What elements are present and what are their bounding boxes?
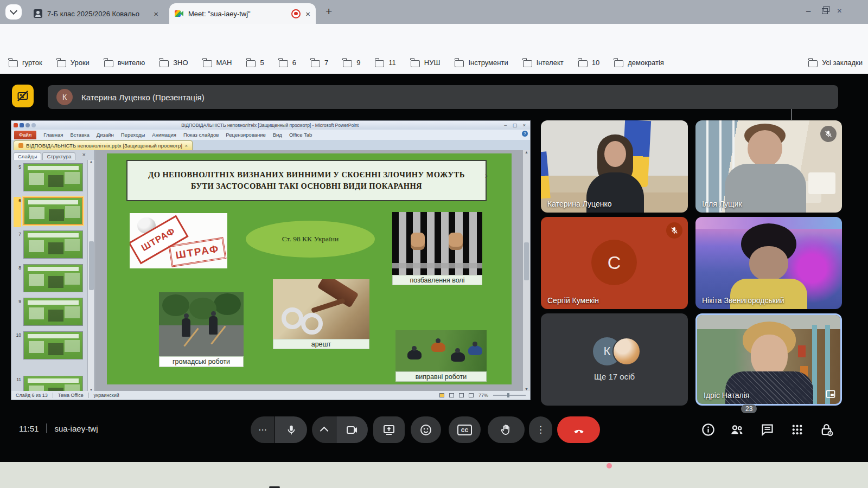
- slide-thumbnail[interactable]: 7: [14, 230, 86, 261]
- presentation-warning-button[interactable]: [12, 85, 34, 107]
- more-options-button[interactable]: ⋮: [529, 416, 552, 443]
- bookmark-item[interactable]: 6: [279, 59, 296, 67]
- avatar-cat: [612, 337, 641, 365]
- activities-grid-icon[interactable]: [790, 422, 805, 437]
- bookmark-item[interactable]: демократія: [614, 59, 664, 67]
- scrollbar-thumb[interactable]: [524, 242, 529, 280]
- info-icon[interactable]: [701, 422, 716, 437]
- people-icon[interactable]: [729, 422, 744, 438]
- ppt-tab-view[interactable]: Вид: [273, 132, 282, 138]
- slide-thumbnail[interactable]: 11: [14, 376, 86, 392]
- window-minimize-button[interactable]: –: [806, 6, 810, 15]
- doc-tab-close-icon[interactable]: ×: [185, 143, 188, 149]
- mic-off-icon: [820, 126, 837, 142]
- ppt-document-tab[interactable]: ВІДПОВІДАЛЬНІСТЬ неповнолітніх.pptx [Защ…: [14, 140, 193, 150]
- normal-view-icon[interactable]: [439, 393, 444, 397]
- ppt-tab-insert[interactable]: Вставка: [71, 132, 90, 138]
- shared-presentation-tile[interactable]: ВІДПОВІДАЛЬНІСТЬ неповнолітніх [Защищенн…: [11, 120, 531, 400]
- slide-number: 6: [14, 197, 21, 227]
- help-icon[interactable]: ?: [522, 131, 528, 137]
- bookmark-item[interactable]: 9: [343, 59, 360, 67]
- chat-icon[interactable]: [760, 422, 775, 437]
- reactions-button[interactable]: [411, 416, 441, 443]
- ppt-tab-transitions[interactable]: Переходы: [121, 132, 145, 138]
- smiley-icon: [419, 423, 432, 436]
- ppt-tab-slideshow[interactable]: Показ слайдов: [183, 132, 219, 138]
- bookmark-item[interactable]: 10: [578, 59, 599, 67]
- tab-close-icon[interactable]: ×: [154, 10, 158, 18]
- bookmark-item[interactable]: гурток: [9, 59, 42, 67]
- bookmark-item[interactable]: Інструменти: [455, 59, 508, 67]
- bookmark-item[interactable]: вчителю: [104, 59, 145, 67]
- browser-tab-class[interactable]: 7-Б клас 2025/2026 Ковальо ×: [28, 3, 164, 24]
- ppt-tab-animation[interactable]: Анимация: [152, 132, 176, 138]
- pane-tab-slides[interactable]: Слайды: [14, 152, 41, 160]
- scroll-down-icon[interactable]: ▼: [525, 387, 528, 391]
- host-controls-lock-icon[interactable]: [819, 422, 834, 438]
- video-tile-illia[interactable]: Ілля Лущик: [695, 120, 842, 213]
- meet-tab-favicon: [175, 9, 183, 18]
- ppt-tab-file[interactable]: Файл: [14, 131, 36, 139]
- all-bookmarks-button[interactable]: Усі закладки: [808, 59, 863, 67]
- bookmark-item[interactable]: МАН: [203, 59, 232, 67]
- pane-scrollbar[interactable]: ▲▼: [87, 160, 94, 392]
- tab-search-button[interactable]: [5, 4, 22, 20]
- raise-hand-button[interactable]: [488, 416, 525, 443]
- save-icon: [20, 123, 24, 127]
- captions-button[interactable]: cc: [449, 416, 481, 443]
- pip-icon[interactable]: [825, 389, 836, 400]
- video-tile-idris[interactable]: Ідріс Наталія: [695, 313, 842, 406]
- window-close-button[interactable]: ×: [837, 6, 842, 15]
- ppt-tab-review[interactable]: Рецензирование: [226, 132, 265, 138]
- slide-thumbnail[interactable]: 8: [14, 264, 86, 294]
- folder-icon: [159, 60, 169, 67]
- present-button[interactable]: [373, 416, 405, 443]
- window-restore-button[interactable]: [822, 8, 828, 14]
- mic-button[interactable]: [275, 416, 307, 443]
- new-tab-button[interactable]: +: [326, 5, 332, 18]
- bookmark-item[interactable]: Інтелект: [523, 59, 564, 67]
- ukraine-flag-left: [541, 151, 551, 198]
- slide-thumbnail-selected[interactable]: 6: [14, 197, 86, 227]
- reading-view-icon[interactable]: [459, 393, 464, 397]
- scroll-up-icon[interactable]: ▲: [525, 150, 528, 154]
- slide-thumb-image: [23, 331, 83, 359]
- tab-close-icon[interactable]: ×: [305, 10, 310, 18]
- ppt-tab-home[interactable]: Главная: [43, 132, 63, 138]
- video-tile-serhii[interactable]: С Сергій Кумекін: [541, 217, 688, 309]
- video-tile-more-people[interactable]: К Ще 17 осіб: [541, 313, 688, 406]
- mic-icon: [285, 424, 297, 436]
- video-tile-katerina[interactable]: Катерина Луценко: [541, 120, 688, 213]
- bookmark-item[interactable]: 7: [311, 59, 328, 67]
- scroll-up-icon[interactable]: ▲: [90, 160, 93, 163]
- scrollbar-thumb[interactable]: [89, 241, 94, 290]
- leave-call-button[interactable]: [557, 416, 600, 443]
- slide-scrollbar[interactable]: ▲▼: [523, 150, 530, 392]
- bookmark-label: Інтелект: [537, 59, 564, 67]
- bookmark-item[interactable]: НУШ: [411, 59, 441, 67]
- slide-image-community-service: [159, 292, 244, 356]
- ppt-tab-officetab[interactable]: Office Tab: [289, 132, 312, 138]
- ppt-tab-design[interactable]: Дизайн: [97, 132, 114, 138]
- video-tile-nikita[interactable]: Нікіта Звенигородський: [695, 217, 842, 309]
- planter-silhouette: [451, 352, 465, 362]
- bookmark-item[interactable]: Уроки: [57, 59, 90, 67]
- bookmark-item[interactable]: ЗНО: [159, 59, 188, 67]
- slide-thumbnail[interactable]: 10: [14, 331, 86, 362]
- sorter-view-icon[interactable]: [449, 393, 454, 397]
- camera-options-button[interactable]: [312, 416, 336, 443]
- slide-thumbnail[interactable]: 9: [14, 298, 86, 328]
- bookmark-item[interactable]: 11: [375, 59, 396, 67]
- ppt-window-controls[interactable]: – ▢ ×: [504, 123, 528, 128]
- mic-options-button[interactable]: ⋯: [251, 416, 275, 443]
- folder-icon: [104, 60, 113, 67]
- folder-icon: [246, 60, 256, 67]
- slide-thumbnail[interactable]: 5: [14, 163, 86, 194]
- pane-close-icon[interactable]: ×: [82, 151, 86, 158]
- camera-button[interactable]: [336, 416, 368, 443]
- zoom-slider[interactable]: [493, 395, 526, 396]
- bookmark-item[interactable]: 5: [246, 59, 264, 67]
- pane-tab-outline[interactable]: Структура: [42, 152, 75, 160]
- browser-tab-meet[interactable]: Meet: "sua-iaey-twj" ×: [169, 3, 316, 24]
- slideshow-view-icon[interactable]: [469, 393, 474, 397]
